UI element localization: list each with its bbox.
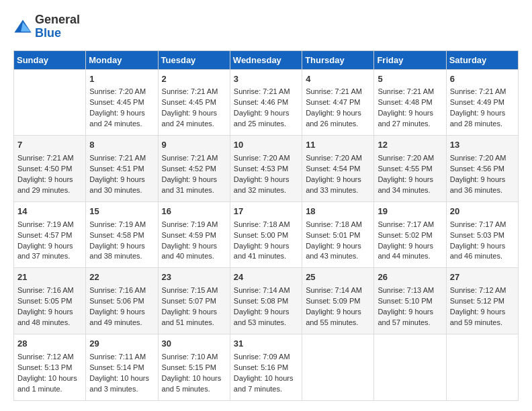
cell-info-line: and 37 minutes.: [17, 251, 82, 262]
cell-info-line: Daylight: 9 hours: [162, 175, 226, 185]
cell-info-line: and 27 minutes.: [378, 119, 442, 130]
cell-info-line: Sunset: 4:49 PM: [450, 97, 515, 108]
cell-info-line: and 7 minutes.: [234, 384, 298, 395]
cell-info-line: Sunrise: 7:17 AM: [450, 220, 515, 230]
cell-info-line: Daylight: 9 hours: [450, 241, 515, 252]
cell-info-line: Sunset: 4:51 PM: [89, 164, 154, 175]
day-number: 12: [378, 139, 442, 152]
cell-info-line: and 24 minutes.: [89, 119, 154, 130]
calendar-cell: 15Sunrise: 7:19 AMSunset: 4:58 PMDayligh…: [86, 201, 158, 268]
day-number: 30: [162, 338, 226, 351]
cell-info-line: and 43 minutes.: [306, 251, 370, 262]
cell-info-line: Sunrise: 7:21 AM: [162, 153, 226, 164]
cell-info-line: and 29 minutes.: [17, 185, 82, 196]
cell-info-line: and 26 minutes.: [306, 119, 370, 130]
calendar-cell: 18Sunrise: 7:18 AMSunset: 5:01 PMDayligh…: [302, 201, 374, 268]
calendar-cell: 20Sunrise: 7:17 AMSunset: 5:03 PMDayligh…: [446, 201, 518, 268]
cell-info-line: and 25 minutes.: [234, 119, 298, 130]
cell-info-line: Sunset: 5:10 PM: [378, 296, 442, 307]
cell-info-line: and 38 minutes.: [89, 251, 154, 262]
cell-info-line: and 55 minutes.: [306, 318, 370, 328]
cell-info-line: Sunset: 5:06 PM: [89, 296, 154, 307]
cell-info-line: Sunset: 5:03 PM: [450, 230, 515, 241]
cell-info-line: Sunrise: 7:14 AM: [234, 285, 298, 296]
day-number: 8: [89, 139, 154, 152]
cell-info-line: Daylight: 9 hours: [89, 307, 154, 318]
cell-info-line: Sunset: 5:08 PM: [234, 296, 298, 307]
cell-info-line: Sunrise: 7:21 AM: [89, 153, 154, 164]
cell-info-line: Sunrise: 7:13 AM: [378, 285, 442, 296]
cell-info-line: Sunrise: 7:20 AM: [378, 153, 442, 164]
calendar-table: SundayMondayTuesdayWednesdayThursdayFrid…: [13, 50, 519, 401]
cell-info-line: and 28 minutes.: [450, 119, 515, 130]
day-number: 11: [306, 139, 370, 152]
cell-info-line: Daylight: 9 hours: [450, 307, 515, 318]
cell-info-line: Daylight: 9 hours: [234, 307, 298, 318]
cell-info-line: Sunset: 4:46 PM: [234, 97, 298, 108]
logo-icon: [13, 17, 32, 36]
calendar-cell: 23Sunrise: 7:15 AMSunset: 5:07 PMDayligh…: [158, 268, 230, 334]
day-number: 13: [450, 139, 515, 152]
day-number: 2: [162, 73, 226, 86]
cell-info-line: Sunset: 5:15 PM: [162, 363, 226, 373]
day-number: 20: [450, 205, 515, 218]
calendar-cell: 12Sunrise: 7:20 AMSunset: 4:55 PMDayligh…: [374, 136, 446, 202]
calendar-cell: [446, 334, 518, 400]
calendar-cell: 25Sunrise: 7:14 AMSunset: 5:09 PMDayligh…: [302, 268, 374, 334]
cell-info-line: Sunrise: 7:20 AM: [450, 153, 515, 164]
cell-info-line: Daylight: 9 hours: [450, 175, 515, 185]
day-number: 4: [306, 73, 370, 86]
cell-info-line: Sunrise: 7:21 AM: [234, 87, 298, 97]
cell-info-line: and 30 minutes.: [89, 185, 154, 196]
calendar-week-2: 7Sunrise: 7:21 AMSunset: 4:50 PMDaylight…: [14, 136, 519, 202]
cell-info-line: Sunset: 5:12 PM: [450, 296, 515, 307]
calendar-cell: 6Sunrise: 7:21 AMSunset: 4:49 PMDaylight…: [446, 69, 518, 136]
cell-info-line: Sunrise: 7:21 AM: [306, 87, 370, 97]
cell-info-line: Sunset: 4:45 PM: [162, 97, 226, 108]
day-number: 21: [17, 271, 82, 284]
cell-info-line: Daylight: 9 hours: [162, 307, 226, 318]
calendar-cell: 22Sunrise: 7:16 AMSunset: 5:06 PMDayligh…: [86, 268, 158, 334]
calendar-week-4: 21Sunrise: 7:16 AMSunset: 5:05 PMDayligh…: [14, 268, 519, 334]
cell-info-line: Daylight: 10 hours: [89, 373, 154, 384]
logo-text: General Blue: [35, 13, 80, 40]
cell-info-line: Sunset: 5:16 PM: [234, 363, 298, 373]
day-number: 18: [306, 205, 370, 218]
calendar-cell: 14Sunrise: 7:19 AMSunset: 4:57 PMDayligh…: [14, 201, 86, 268]
day-number: 3: [234, 73, 298, 86]
cell-info-line: Sunrise: 7:11 AM: [89, 352, 154, 363]
day-number: 5: [378, 73, 442, 86]
calendar-cell: 11Sunrise: 7:20 AMSunset: 4:54 PMDayligh…: [302, 136, 374, 202]
day-header-thursday: Thursday: [302, 50, 374, 69]
cell-info-line: Daylight: 9 hours: [17, 307, 82, 318]
cell-info-line: Daylight: 9 hours: [306, 307, 370, 318]
cell-info-line: Sunrise: 7:20 AM: [89, 87, 154, 97]
cell-info-line: Daylight: 9 hours: [89, 108, 154, 119]
cell-info-line: Sunset: 4:45 PM: [89, 97, 154, 108]
cell-info-line: Sunrise: 7:16 AM: [17, 285, 82, 296]
cell-info-line: Daylight: 9 hours: [17, 175, 82, 185]
cell-info-line: and 33 minutes.: [306, 185, 370, 196]
day-header-sunday: Sunday: [14, 50, 86, 69]
cell-info-line: Sunset: 4:59 PM: [162, 230, 226, 241]
cell-info-line: Daylight: 9 hours: [234, 241, 298, 252]
calendar-week-5: 28Sunrise: 7:12 AMSunset: 5:13 PMDayligh…: [14, 334, 519, 400]
calendar-cell: 7Sunrise: 7:21 AMSunset: 4:50 PMDaylight…: [14, 136, 86, 202]
cell-info-line: Daylight: 9 hours: [450, 108, 515, 119]
calendar-cell: 19Sunrise: 7:17 AMSunset: 5:02 PMDayligh…: [374, 201, 446, 268]
day-number: 31: [234, 338, 298, 351]
day-number: 19: [378, 205, 442, 218]
cell-info-line: Sunrise: 7:15 AM: [162, 285, 226, 296]
cell-info-line: Sunrise: 7:20 AM: [306, 153, 370, 164]
cell-info-line: Daylight: 9 hours: [89, 241, 154, 252]
calendar-header-row: SundayMondayTuesdayWednesdayThursdayFrid…: [14, 50, 519, 69]
cell-info-line: Sunset: 5:01 PM: [306, 230, 370, 241]
cell-info-line: and 48 minutes.: [17, 318, 82, 328]
cell-info-line: Sunrise: 7:14 AM: [306, 285, 370, 296]
calendar-cell: 9Sunrise: 7:21 AMSunset: 4:52 PMDaylight…: [158, 136, 230, 202]
cell-info-line: Sunset: 5:05 PM: [17, 296, 82, 307]
cell-info-line: and 46 minutes.: [450, 251, 515, 262]
cell-info-line: and 5 minutes.: [162, 384, 226, 395]
cell-info-line: Daylight: 9 hours: [378, 108, 442, 119]
calendar-cell: 26Sunrise: 7:13 AMSunset: 5:10 PMDayligh…: [374, 268, 446, 334]
